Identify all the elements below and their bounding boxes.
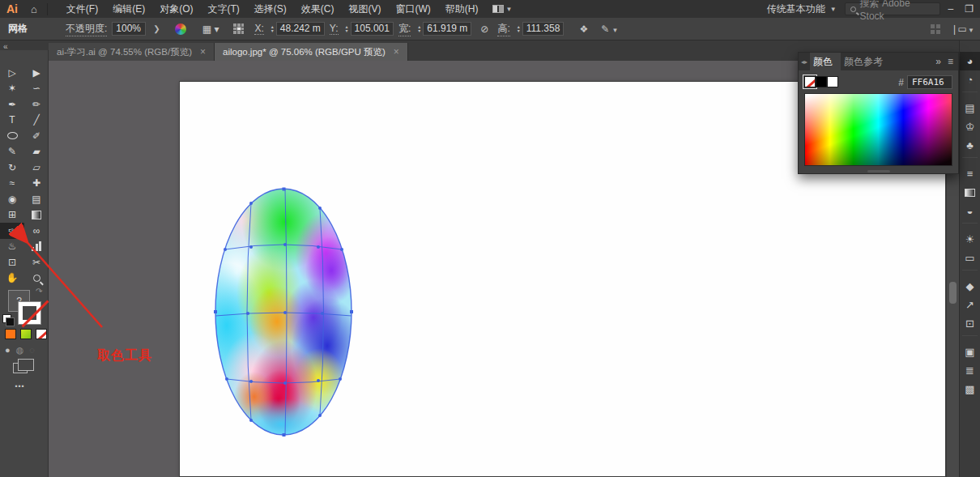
opacity-value[interactable]: 100%: [112, 22, 146, 36]
menu-视图[interactable]: 视图(V): [342, 2, 389, 16]
color-guide-icon[interactable]: ◔: [960, 70, 980, 89]
none-swatch[interactable]: [804, 76, 816, 87]
pen-tool[interactable]: ✒: [0, 96, 24, 113]
export-icon[interactable]: ↗: [960, 296, 980, 314]
free-transform-icon[interactable]: ▣: [960, 343, 980, 361]
menu-帮助[interactable]: 帮助(H): [438, 2, 486, 16]
gradient-mesh-ellipse[interactable]: [204, 180, 366, 449]
artboards-icon[interactable]: ⊡: [960, 314, 980, 333]
hex-value-field[interactable]: FF6A16: [907, 75, 952, 89]
lasso-tool[interactable]: ∽: [24, 81, 49, 97]
color-spectrum[interactable]: [804, 93, 952, 166]
edit-toolbar-icon[interactable]: ⋯: [15, 381, 26, 392]
menu-效果[interactable]: 效果(C): [294, 2, 342, 16]
shape-builder-tool[interactable]: ◉: [0, 191, 24, 207]
stroke-icon[interactable]: ≡: [960, 164, 980, 183]
artboard-tool[interactable]: ⊡: [0, 254, 24, 270]
menu-窗口[interactable]: 窗口(W): [389, 2, 438, 16]
rotate-tool[interactable]: ↻: [0, 160, 24, 176]
swatches-icon[interactable]: ▤: [960, 99, 980, 117]
puppet-warp-tool[interactable]: ✚: [24, 176, 49, 192]
brushes-icon[interactable]: ♔: [960, 117, 980, 136]
minimize-button[interactable]: –: [948, 3, 954, 15]
illustrator-logo[interactable]: Ai: [0, 2, 26, 15]
appearance-icon[interactable]: ☀: [960, 230, 980, 249]
draw-behind-icon[interactable]: ◍: [16, 345, 24, 356]
layers-icon[interactable]: ◆: [960, 277, 980, 296]
tab-close-icon[interactable]: ×: [394, 46, 399, 57]
swap-fill-stroke-icon[interactable]: ↷: [36, 287, 42, 296]
width-stepper[interactable]: ▴▾: [418, 25, 420, 33]
home-icon[interactable]: ⌂: [26, 3, 48, 15]
height-stepper[interactable]: ▴▾: [518, 25, 520, 33]
opacity-dropdown-button[interactable]: ❯: [148, 24, 164, 33]
draw-normal-icon[interactable]: ●: [5, 345, 11, 356]
screen-mode-icon[interactable]: [13, 363, 28, 373]
arrange-documents-icon[interactable]: ▼: [492, 5, 513, 13]
tab-color[interactable]: 颜色: [810, 53, 841, 70]
eraser-tool[interactable]: ▰: [24, 144, 49, 160]
slice-tool[interactable]: ✂: [24, 254, 49, 270]
none-button[interactable]: [36, 329, 47, 339]
document-grid-icon[interactable]: [931, 24, 940, 34]
panel-resize-grip[interactable]: [867, 170, 890, 172]
constrain-proportions-icon[interactable]: ⊘: [480, 23, 488, 35]
height-label[interactable]: 高:: [497, 22, 509, 36]
direct-selection-tool[interactable]: ▶: [24, 65, 49, 81]
free-transform-icon[interactable]: ❖: [579, 23, 588, 35]
menu-选择[interactable]: 选择(S): [247, 2, 294, 16]
white-swatch[interactable]: [827, 76, 838, 87]
eyedropper-tool[interactable]: ✑: [0, 223, 24, 239]
dock-arrange-icon[interactable]: ❘▭ ▼: [950, 23, 974, 35]
transparency-icon[interactable]: ◒: [960, 202, 980, 220]
align-icon[interactable]: ≣: [960, 361, 980, 380]
curvature-tool[interactable]: ✏: [24, 96, 49, 113]
color-button[interactable]: [5, 329, 16, 339]
menu-对象[interactable]: 对象(O): [152, 2, 200, 16]
selection-tool[interactable]: ▷: [0, 65, 24, 81]
reference-point-locator[interactable]: [233, 23, 244, 34]
width-value[interactable]: 61.919 m: [423, 22, 471, 36]
workspace-switcher[interactable]: 传统基本功能 ▼: [767, 2, 837, 16]
menu-文件[interactable]: 文件(F): [59, 2, 105, 16]
graphic-styles-icon[interactable]: ▭: [960, 249, 980, 267]
gradient-tool[interactable]: [24, 207, 49, 224]
tab-color-guide[interactable]: 颜色参考: [841, 53, 891, 70]
color-panel-icon[interactable]: ◕: [960, 52, 980, 70]
search-input[interactable]: 搜索 Adobe Stock: [845, 2, 940, 15]
width-label[interactable]: 宽:: [398, 22, 411, 36]
y-stepper[interactable]: ▴▾: [346, 25, 348, 33]
document-tab-2[interactable]: ailogo.jpg* @ 75.06% (RGB/GPU 预览)×: [215, 43, 408, 61]
symbols-icon[interactable]: ♣: [960, 136, 980, 155]
scale-tool[interactable]: ▱: [24, 160, 49, 176]
type-tool[interactable]: T: [0, 113, 24, 129]
y-value[interactable]: 105.001: [351, 22, 394, 36]
perspective-grid-tool[interactable]: ▤: [24, 191, 49, 207]
gradient-button[interactable]: [20, 329, 32, 339]
hand-tool[interactable]: ✋: [0, 270, 24, 287]
x-label[interactable]: X:: [254, 23, 263, 35]
zoom-tool[interactable]: [24, 270, 49, 287]
column-graph-tool[interactable]: [24, 239, 49, 255]
recolor-artwork-icon[interactable]: [175, 23, 186, 35]
menu-文字[interactable]: 文字(T): [201, 2, 247, 16]
y-label[interactable]: Y:: [330, 23, 339, 35]
blend-tool[interactable]: ∞: [24, 223, 49, 239]
pathfinder-icon[interactable]: ▩: [960, 380, 980, 398]
scrollbar-thumb[interactable]: [949, 282, 957, 304]
brush-definition-icon[interactable]: ✎ ▼: [601, 23, 618, 35]
gradient-icon[interactable]: [960, 183, 980, 202]
stroke-swatch-none[interactable]: [18, 301, 41, 325]
style-options-icon[interactable]: ▦ ▾: [202, 23, 219, 35]
x-stepper[interactable]: ▴▾: [271, 25, 274, 33]
width-tool[interactable]: ≈: [0, 176, 24, 192]
paintbrush-tool[interactable]: ✐: [24, 128, 49, 144]
collapse-panel-icon[interactable]: »: [935, 56, 941, 67]
maximize-button[interactable]: ❐: [965, 3, 974, 15]
panel-menu-icon[interactable]: ≡: [948, 56, 953, 67]
height-value[interactable]: 111.358: [522, 22, 565, 36]
document-tab-1[interactable]: ai-学习.ai @ 74.55% (RGB/预览)×: [49, 43, 215, 61]
black-swatch[interactable]: [816, 76, 827, 87]
shaper-tool[interactable]: ✎: [0, 144, 24, 160]
magic-wand-tool[interactable]: ✶: [0, 81, 24, 97]
